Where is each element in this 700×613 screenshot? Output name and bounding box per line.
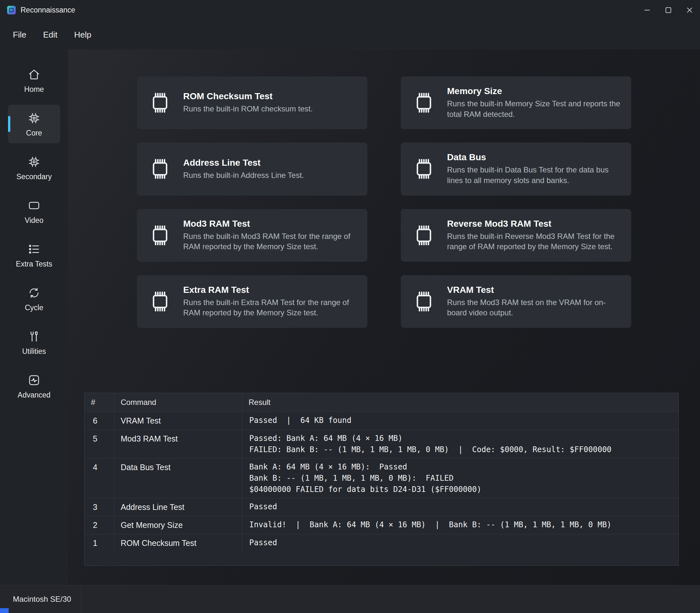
window-controls: [636, 0, 700, 20]
test-card-description: Runs the built-in Extra RAM Test for the…: [183, 297, 356, 318]
test-card-description: Runs the Mod3 RAM test on the VRAM for o…: [447, 297, 620, 318]
selected-indicator: [8, 116, 10, 132]
sidebar-item-video[interactable]: Video: [8, 192, 60, 231]
cycle-icon: [28, 286, 40, 299]
test-card-text: Mod3 RAM Test Runs the built-in Mod3 RAM…: [183, 219, 356, 252]
row-number: 3: [85, 498, 114, 516]
test-card-text: Data Bus Runs the built-in Data Bus Test…: [447, 152, 620, 186]
sidebar-item-label: Utilities: [22, 347, 46, 356]
home-icon: [28, 68, 40, 81]
test-card[interactable]: Reverse Mod3 RAM Test Runs the built-in …: [401, 209, 631, 262]
window-title: Reconnaissance: [21, 6, 75, 14]
sidebar-item-extra-tests[interactable]: Extra Tests: [8, 236, 60, 274]
chip-icon: [412, 91, 436, 115]
test-card-title: Memory Size: [447, 86, 620, 96]
result-line: Passed | 64 KB found: [250, 415, 672, 426]
chip-icon: [412, 157, 436, 181]
test-card-text: Memory Size Runs the built-in Memory Siz…: [447, 86, 620, 119]
row-command: Address Line Test: [114, 498, 242, 516]
maximize-button[interactable]: [658, 0, 679, 20]
results-log: #CommandResult 6 VRAM Test Passed | 64 K…: [84, 393, 679, 566]
row-command: Get Memory Size: [114, 516, 242, 534]
test-card-text: VRAM Test Runs the Mod3 RAM test on the …: [447, 285, 620, 318]
result-line: Bank B: -- (1 MB, 1 MB, 1 MB, 0 MB): FAI…: [250, 473, 672, 484]
test-card-title: Mod3 RAM Test: [183, 219, 356, 229]
row-number: 4: [85, 458, 114, 498]
menu-item-help[interactable]: Help: [66, 25, 100, 44]
sidebar-item-home[interactable]: Home: [8, 61, 60, 100]
table-row[interactable]: 4 Data Bus Test Bank A: 64 MB (4 × 16 MB…: [85, 458, 678, 498]
column-header-command: Command: [114, 393, 242, 412]
row-command: Mod3 RAM Test: [114, 430, 242, 458]
result-line: Passed: Bank A: 64 MB (4 × 16 MB): [250, 433, 672, 444]
sidebar-item-secondary[interactable]: Secondary: [8, 148, 60, 187]
sidebar-item-utilities[interactable]: Utilities: [8, 323, 60, 362]
sidebar-item-core[interactable]: Core: [8, 105, 60, 143]
sidebar-item-cycle[interactable]: Cycle: [8, 279, 60, 318]
sidebar-item-label: Core: [26, 129, 42, 138]
sidebar-item-label: Secondary: [16, 172, 52, 181]
row-result: Invalid! | Bank A: 64 MB (4 × 16 MB) | B…: [242, 516, 678, 534]
chip-icon: [148, 223, 172, 248]
chip-icon: [412, 223, 436, 248]
row-result: Passed | 64 KB found: [242, 412, 678, 430]
chip-icon: [412, 289, 436, 314]
row-command: ROM Checksum Test: [114, 534, 242, 552]
menu-item-file[interactable]: File: [4, 25, 35, 44]
minimize-button[interactable]: [636, 0, 658, 20]
result-line: Passed: [250, 537, 672, 548]
table-header-row: #CommandResult: [85, 393, 678, 412]
row-number: 6: [85, 412, 114, 430]
row-result: Passed: [242, 498, 678, 516]
test-card[interactable]: Mod3 RAM Test Runs the built-in Mod3 RAM…: [137, 209, 367, 262]
test-card-text: Reverse Mod3 RAM Test Runs the built-in …: [447, 219, 620, 252]
test-card[interactable]: Data Bus Runs the built-in Data Bus Test…: [401, 143, 631, 195]
sidebar-item-label: Extra Tests: [16, 260, 52, 269]
test-card-title: Reverse Mod3 RAM Test: [447, 219, 620, 229]
row-number: 1: [85, 534, 114, 552]
row-result: Bank A: 64 MB (4 × 16 MB): PassedBank B:…: [242, 458, 678, 498]
cards-grid: ROM Checksum Test Runs the built-in ROM …: [137, 76, 631, 328]
chip-icon: [148, 289, 172, 314]
menu-item-edit[interactable]: Edit: [35, 25, 66, 44]
chip-icon: [28, 155, 40, 168]
content-area: ROM Checksum Test Runs the built-in ROM …: [68, 50, 700, 585]
table-row[interactable]: 6 VRAM Test Passed | 64 KB found: [85, 412, 678, 430]
test-card-description: Runs the built-in Mod3 RAM Test for the …: [183, 231, 356, 252]
close-button[interactable]: [679, 0, 700, 20]
table-row[interactable]: 1 ROM Checksum Test Passed: [85, 534, 678, 552]
app-window: Reconnaissance FileEditHelp Home Core Se…: [0, 0, 700, 613]
sidebar: Home Core Secondary Video Extra Tests Cy…: [0, 50, 68, 585]
row-number: 5: [85, 430, 114, 458]
sidebar-item-advanced[interactable]: Advanced: [8, 367, 60, 405]
test-card-description: Runs the built-in Reverse Mod3 RAM Test …: [447, 231, 620, 252]
statusbar: Macintosh SE/30: [0, 585, 700, 613]
result-line: $04000000 FAILED for data bits D24-D31 (…: [250, 484, 672, 495]
menubar: FileEditHelp: [0, 20, 700, 50]
chip-icon: [148, 91, 172, 115]
test-card[interactable]: Address Line Test Runs the built-in Addr…: [137, 143, 367, 195]
test-card-title: Extra RAM Test: [183, 285, 356, 295]
results-table: #CommandResult 6 VRAM Test Passed | 64 K…: [84, 393, 679, 566]
test-card-title: Data Bus: [447, 152, 620, 162]
test-card[interactable]: Extra RAM Test Runs the built-in Extra R…: [137, 275, 367, 328]
table-row[interactable]: 3 Address Line Test Passed: [85, 498, 678, 516]
test-card[interactable]: ROM Checksum Test Runs the built-in ROM …: [137, 76, 367, 129]
main-area: Home Core Secondary Video Extra Tests Cy…: [0, 50, 700, 585]
display-icon: [28, 199, 40, 212]
sidebar-item-label: Cycle: [25, 303, 43, 312]
test-card[interactable]: Memory Size Runs the built-in Memory Siz…: [401, 76, 631, 129]
test-card-title: ROM Checksum Test: [183, 91, 313, 102]
table-row[interactable]: 5 Mod3 RAM Test Passed: Bank A: 64 MB (4…: [85, 430, 678, 458]
result-line: FAILED: Bank B: -- (1 MB, 1 MB, 1 MB, 0 …: [250, 444, 672, 455]
table-row[interactable]: 2 Get Memory Size Invalid! | Bank A: 64 …: [85, 516, 678, 534]
test-card-text: Extra RAM Test Runs the built-in Extra R…: [183, 285, 356, 318]
result-line: Passed: [250, 501, 672, 512]
row-result: Passed: [242, 534, 678, 552]
test-card-text: ROM Checksum Test Runs the built-in ROM …: [183, 91, 313, 114]
column-header-result: Result: [242, 393, 678, 412]
corner-accent: [0, 608, 9, 613]
test-card-title: VRAM Test: [447, 285, 620, 295]
test-card[interactable]: VRAM Test Runs the Mod3 RAM test on the …: [401, 275, 631, 328]
column-header-num: #: [85, 393, 114, 412]
